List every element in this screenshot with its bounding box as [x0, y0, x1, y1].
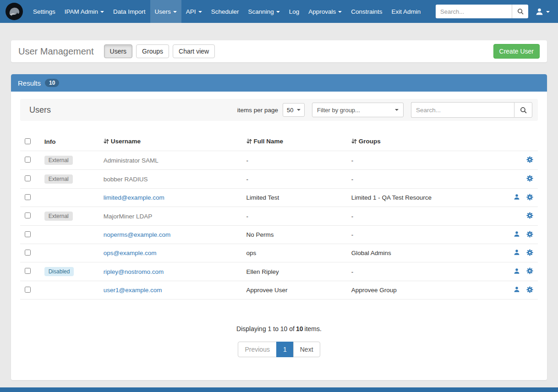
app-logo[interactable] [0, 0, 28, 23]
nav-item[interactable]: Settings [28, 0, 60, 23]
column-header-actions [505, 133, 538, 151]
row-checkbox[interactable] [25, 157, 31, 163]
row-checkbox[interactable] [25, 268, 31, 274]
nav-item-label: Data Import [113, 8, 146, 15]
username-link[interactable]: bobber RADIUS [104, 176, 148, 183]
view-tab[interactable]: Users [104, 44, 133, 58]
chevron-down-icon [395, 109, 399, 111]
users-table-body: External Administrator SAML - - [20, 151, 538, 299]
group-filter-select[interactable]: Filter by group... [312, 103, 404, 117]
status-badge: Disabled [44, 267, 74, 276]
groups-cell: - [348, 262, 505, 281]
pager: Previous 1 Next [238, 342, 320, 357]
previous-page-button[interactable]: Previous [238, 342, 276, 357]
table-search-input[interactable] [411, 102, 514, 118]
table-search [411, 102, 532, 118]
status-badge: External [44, 212, 73, 221]
global-search-input[interactable] [436, 5, 512, 18]
users-table: Info Username [20, 133, 538, 299]
full-name-cell: Approvee User [243, 281, 348, 299]
create-user-button[interactable]: Create User [493, 44, 540, 59]
user-profile-icon[interactable] [514, 286, 520, 294]
global-search-button[interactable] [512, 5, 528, 18]
nav-item[interactable]: Log [284, 0, 304, 23]
username-link[interactable]: noperms@example.com [104, 231, 171, 238]
user-account-menu[interactable] [528, 8, 558, 16]
row-checkbox[interactable] [25, 287, 31, 293]
row-checkbox[interactable] [25, 212, 31, 218]
next-page-button[interactable]: Next [293, 342, 320, 357]
view-tab[interactable]: Chart view [173, 44, 215, 58]
full-name-cell: Limited Test [243, 189, 348, 207]
global-search [436, 5, 528, 18]
groups-cell: - [348, 170, 505, 189]
table-search-button[interactable] [514, 102, 532, 118]
current-page-button[interactable]: 1 [276, 342, 294, 357]
full-name-cell: - [243, 170, 348, 189]
nav-item-label: Constraints [351, 8, 382, 15]
nav-item[interactable]: Data Import [109, 0, 150, 23]
gear-icon[interactable] [526, 231, 533, 239]
user-profile-icon[interactable] [514, 231, 520, 239]
footer-bar [0, 387, 558, 392]
user-profile-icon[interactable] [514, 194, 520, 201]
chevron-down-icon [338, 11, 342, 13]
user-profile-icon[interactable] [514, 249, 520, 257]
table-row: ops@example.com ops Global Admins [20, 244, 538, 262]
gear-icon[interactable] [526, 194, 533, 202]
nav-item[interactable]: Scanning [243, 0, 284, 23]
status-badge: External [44, 174, 73, 184]
status-badge: External [44, 156, 73, 165]
sort-icon [351, 138, 357, 146]
column-header-groups[interactable]: Groups [348, 133, 505, 151]
column-header-fullname[interactable]: Full Name [243, 133, 348, 151]
results-body: Users items per page 50 Filter by group.… [11, 92, 547, 380]
username-link[interactable]: ops@example.com [104, 250, 157, 256]
row-checkbox[interactable] [25, 231, 31, 237]
username-link[interactable]: Administrator SAML [104, 157, 159, 164]
username-link[interactable]: MajorMiner LDAP [104, 213, 153, 220]
users-table-head: Info Username [20, 133, 538, 151]
pagination-summary: Displaying 1 to 10 of10items. [20, 325, 538, 332]
nav-item[interactable]: Scheduler [207, 0, 244, 23]
username-link[interactable]: user1@example.com [104, 287, 162, 294]
nav-item-label: API [186, 8, 196, 15]
view-tab[interactable]: Groups [136, 44, 169, 58]
main-content: User Management Users Groups Chart view … [0, 23, 558, 380]
nav-item[interactable]: Approvals [304, 0, 346, 23]
nav-item[interactable]: Constraints [346, 0, 387, 23]
gear-icon[interactable] [526, 286, 533, 294]
nav-item[interactable]: IPAM Admin [60, 0, 109, 23]
user-profile-icon[interactable] [514, 268, 520, 276]
nav-item[interactable]: API [181, 0, 207, 23]
select-all-checkbox[interactable] [25, 138, 31, 144]
nav-item-label: IPAM Admin [65, 8, 98, 15]
gear-icon[interactable] [526, 249, 533, 257]
table-controls-bar: Users items per page 50 Filter by group.… [20, 99, 538, 121]
column-header-info: Info [41, 133, 100, 151]
row-checkbox[interactable] [25, 175, 31, 181]
table-row: Disabled ripley@nostromo.com Ellen Riple… [20, 262, 538, 281]
chevron-down-icon [173, 11, 177, 13]
mammoth-logo-icon [5, 2, 23, 21]
column-header-username[interactable]: Username [100, 133, 243, 151]
nav-item-label: Scheduler [211, 8, 239, 15]
gear-icon[interactable] [526, 156, 533, 164]
gear-icon[interactable] [526, 212, 533, 220]
chevron-down-icon [297, 109, 301, 111]
username-link[interactable]: limited@example.com [104, 194, 164, 201]
chevron-down-icon [100, 11, 104, 13]
table-row: limited@example.com Limited Test Limited… [20, 189, 538, 207]
view-tabs: Users Groups Chart view [104, 44, 215, 58]
nav-item[interactable]: Exit Admin [387, 0, 426, 23]
row-checkbox[interactable] [25, 194, 31, 200]
table-row: user1@example.com Approvee User Approvee… [20, 281, 538, 299]
gear-icon[interactable] [526, 175, 533, 183]
row-checkbox[interactable] [25, 250, 31, 256]
nav-item[interactable]: Users [150, 0, 181, 23]
username-link[interactable]: ripley@nostromo.com [104, 268, 164, 275]
gear-icon[interactable] [526, 267, 533, 276]
groups-cell: - [348, 151, 505, 170]
items-per-page-select[interactable]: 50 [283, 103, 305, 117]
table-row: External Administrator SAML - - [20, 151, 538, 170]
